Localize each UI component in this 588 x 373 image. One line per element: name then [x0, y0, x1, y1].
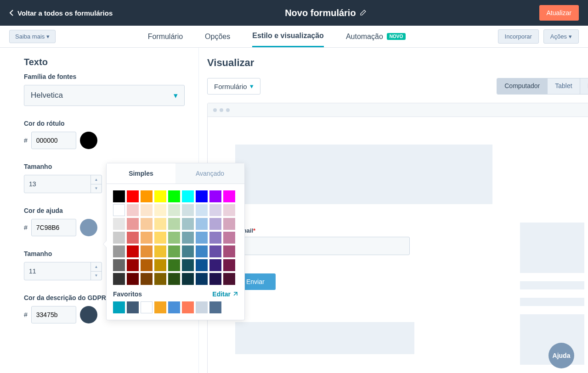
color-swatch[interactable] — [196, 273, 208, 285]
back-link[interactable]: Voltar a todos os formulários — [9, 9, 113, 17]
color-swatch[interactable] — [168, 218, 180, 230]
device-mobile[interactable]: Móvel — [580, 78, 588, 94]
color-swatch[interactable] — [223, 232, 235, 244]
size2-stepper[interactable]: 11 ▲▼ — [24, 262, 102, 280]
color-swatch[interactable] — [223, 218, 235, 230]
favorite-color-swatch[interactable] — [196, 301, 208, 313]
step-down-icon[interactable]: ▼ — [91, 272, 102, 280]
color-swatch[interactable] — [113, 218, 125, 230]
color-swatch[interactable] — [182, 232, 194, 244]
color-swatch[interactable] — [196, 218, 208, 230]
color-swatch[interactable] — [209, 190, 221, 202]
help-color-swatch[interactable] — [80, 219, 97, 236]
color-swatch[interactable] — [182, 218, 194, 230]
color-swatch[interactable] — [154, 232, 166, 244]
gdpr-color-swatch[interactable] — [80, 306, 97, 323]
favorite-color-swatch[interactable] — [154, 301, 166, 313]
color-swatch[interactable] — [182, 259, 194, 271]
color-swatch[interactable] — [209, 245, 221, 257]
color-swatch[interactable] — [209, 218, 221, 230]
color-swatch[interactable] — [127, 190, 139, 202]
font-family-select[interactable]: Helvetica ▾ — [24, 85, 185, 106]
favorite-color-swatch[interactable] — [168, 301, 180, 313]
color-swatch[interactable] — [127, 232, 139, 244]
color-swatch[interactable] — [113, 273, 125, 285]
color-swatch[interactable] — [196, 259, 208, 271]
embed-button[interactable]: Incorporar — [498, 29, 539, 44]
color-swatch[interactable] — [154, 204, 166, 216]
color-swatch[interactable] — [223, 204, 235, 216]
color-swatch[interactable] — [127, 273, 139, 285]
update-button[interactable]: Atualizar — [539, 5, 579, 21]
color-swatch[interactable] — [113, 259, 125, 271]
color-swatch[interactable] — [141, 218, 153, 230]
color-swatch[interactable] — [168, 190, 180, 202]
color-swatch[interactable] — [127, 245, 139, 257]
color-swatch[interactable] — [168, 273, 180, 285]
color-swatch[interactable] — [141, 232, 153, 244]
color-swatch[interactable] — [196, 245, 208, 257]
gdpr-color-input[interactable] — [31, 306, 76, 323]
color-swatch[interactable] — [141, 204, 153, 216]
color-swatch[interactable] — [223, 245, 235, 257]
tab-style[interactable]: Estilo e visualização — [252, 26, 324, 47]
label-color-input[interactable] — [31, 132, 76, 149]
favorite-color-swatch[interactable] — [141, 301, 153, 313]
tab-form[interactable]: Formulário — [148, 26, 183, 47]
color-swatch[interactable] — [196, 204, 208, 216]
color-swatch[interactable] — [209, 232, 221, 244]
picker-tab-advanced[interactable]: Avançado — [175, 163, 244, 184]
preview-dropdown[interactable]: Formulário ▾ — [207, 78, 260, 95]
color-swatch[interactable] — [182, 190, 194, 202]
device-desktop[interactable]: Computador — [497, 78, 548, 94]
color-swatch[interactable] — [196, 190, 208, 202]
color-swatch[interactable] — [141, 190, 153, 202]
color-swatch[interactable] — [127, 204, 139, 216]
color-swatch[interactable] — [127, 218, 139, 230]
edit-title-icon[interactable] — [360, 9, 367, 17]
favorite-color-swatch[interactable] — [113, 301, 125, 313]
color-swatch[interactable] — [168, 259, 180, 271]
device-tablet[interactable]: Tablet — [548, 78, 580, 94]
color-swatch[interactable] — [154, 245, 166, 257]
help-color-input[interactable] — [31, 219, 76, 236]
picker-tab-simple[interactable]: Simples — [107, 163, 175, 184]
favorite-color-swatch[interactable] — [182, 301, 194, 313]
favorite-color-swatch[interactable] — [209, 301, 221, 313]
color-swatch[interactable] — [196, 232, 208, 244]
edit-favorites-link[interactable]: Editar — [212, 290, 238, 298]
color-swatch[interactable] — [223, 190, 235, 202]
color-swatch[interactable] — [209, 273, 221, 285]
color-swatch[interactable] — [154, 218, 166, 230]
label-color-swatch[interactable] — [80, 132, 97, 149]
learn-more-button[interactable]: Saiba mais ▾ — [9, 30, 56, 43]
color-swatch[interactable] — [113, 232, 125, 244]
tab-automation[interactable]: Automação NOVO — [346, 26, 406, 47]
color-swatch[interactable] — [209, 204, 221, 216]
step-down-icon[interactable]: ▼ — [91, 184, 102, 193]
color-swatch[interactable] — [113, 190, 125, 202]
color-swatch[interactable] — [141, 273, 153, 285]
email-field[interactable] — [235, 237, 410, 255]
color-swatch[interactable] — [154, 273, 166, 285]
color-swatch[interactable] — [209, 259, 221, 271]
color-swatch[interactable] — [154, 190, 166, 202]
color-swatch[interactable] — [182, 273, 194, 285]
color-swatch[interactable] — [141, 259, 153, 271]
actions-button[interactable]: Ações ▾ — [543, 29, 579, 44]
favorite-color-swatch[interactable] — [127, 301, 139, 313]
step-up-icon[interactable]: ▲ — [91, 262, 102, 272]
size1-stepper[interactable]: 13 ▲▼ — [24, 175, 102, 193]
color-swatch[interactable] — [223, 259, 235, 271]
color-swatch[interactable] — [113, 204, 125, 216]
color-swatch[interactable] — [168, 232, 180, 244]
color-swatch[interactable] — [168, 204, 180, 216]
help-button[interactable]: Ajuda — [548, 343, 574, 368]
color-swatch[interactable] — [113, 245, 125, 257]
color-swatch[interactable] — [127, 259, 139, 271]
color-swatch[interactable] — [182, 245, 194, 257]
color-swatch[interactable] — [223, 273, 235, 285]
color-swatch[interactable] — [182, 204, 194, 216]
color-swatch[interactable] — [154, 259, 166, 271]
tab-options[interactable]: Opções — [205, 26, 230, 47]
